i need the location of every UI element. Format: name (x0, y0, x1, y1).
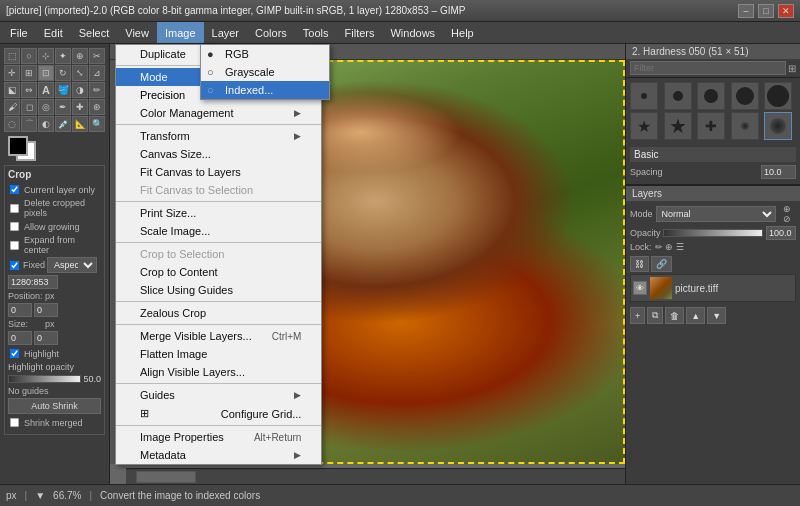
tool-select-by-color[interactable]: ⊕ (72, 48, 88, 64)
current-layer-option[interactable]: Current layer only (8, 183, 101, 196)
tool-move[interactable]: ✛ (4, 65, 20, 81)
chain-button[interactable]: ⛓ (630, 256, 649, 272)
brush-item-6[interactable]: ★ (630, 112, 658, 140)
menu-select[interactable]: Select (71, 22, 118, 43)
menu-fit-canvas-layers[interactable]: Fit Canvas to Layers (116, 163, 321, 181)
tool-flip[interactable]: ⇔ (21, 82, 37, 98)
menu-slice-guides[interactable]: Slice Using Guides (116, 281, 321, 299)
brush-item-7[interactable]: ★ (664, 112, 692, 140)
copy-layer-button[interactable]: ⧉ (647, 307, 663, 324)
auto-shrink-button[interactable]: Auto Shrink (8, 398, 101, 414)
opacity-slider[interactable] (8, 375, 81, 383)
expand-center-option[interactable]: Expand from center (8, 235, 101, 255)
tool-airbrush[interactable]: ◎ (38, 99, 54, 115)
menu-metadata[interactable]: Metadata ▶ (116, 446, 321, 464)
tool-perspective[interactable]: ⬕ (4, 82, 20, 98)
tool-clone[interactable]: ⊛ (89, 99, 105, 115)
menu-windows[interactable]: Windows (382, 22, 443, 43)
layer-visibility-icon[interactable]: 👁 (633, 281, 647, 295)
mode-select[interactable]: Normal (656, 206, 776, 222)
fixed-checkbox[interactable] (10, 260, 19, 269)
expand-center-checkbox[interactable] (10, 240, 19, 249)
menu-help[interactable]: Help (443, 22, 482, 43)
tool-rect-select[interactable]: ⬚ (4, 48, 20, 64)
opacity-value-input[interactable] (766, 226, 796, 240)
tool-color-picker[interactable]: 💉 (55, 116, 71, 132)
link-button[interactable]: 🔗 (651, 256, 672, 272)
tool-smudge[interactable]: ⌒ (21, 116, 37, 132)
layer-item-1[interactable]: 👁 picture.tiff (630, 274, 796, 302)
tool-dodge[interactable]: ◐ (38, 116, 54, 132)
tool-fuzzy-select[interactable]: ✦ (55, 48, 71, 64)
menu-tools[interactable]: Tools (295, 22, 337, 43)
tool-blend[interactable]: ◑ (72, 82, 88, 98)
tool-crop[interactable]: ⊡ (38, 65, 54, 81)
maximize-button[interactable]: □ (758, 4, 774, 18)
menu-canvas-size[interactable]: Canvas Size... (116, 145, 321, 163)
brush-item-5[interactable] (764, 82, 792, 110)
tool-shear[interactable]: ⊿ (89, 65, 105, 81)
tool-rotate[interactable]: ↻ (55, 65, 71, 81)
menu-layer[interactable]: Layer (204, 22, 248, 43)
brush-item-8[interactable]: ✚ (697, 112, 725, 140)
delete-layer-button[interactable]: 🗑 (665, 307, 684, 324)
tool-convolve[interactable]: ◌ (4, 116, 20, 132)
down-layer-button[interactable]: ▼ (707, 307, 726, 324)
size-display-input[interactable] (8, 275, 58, 289)
y-input[interactable] (34, 303, 58, 317)
mode-indexed[interactable]: ○ Indexed... (201, 81, 329, 99)
menu-transform[interactable]: Transform ▶ (116, 127, 321, 145)
size-y-input[interactable] (34, 331, 58, 345)
brush-item-2[interactable] (664, 82, 692, 110)
tool-ellipse-select[interactable]: ○ (21, 48, 37, 64)
menu-color-management[interactable]: Color Management ▶ (116, 104, 321, 122)
tool-scale[interactable]: ⤡ (72, 65, 88, 81)
scrollbar-thumb[interactable] (136, 471, 196, 483)
menu-flatten[interactable]: Flatten Image (116, 345, 321, 363)
tool-inkpen[interactable]: ✒ (55, 99, 71, 115)
tool-align[interactable]: ⊞ (21, 65, 37, 81)
brush-item-10[interactable] (764, 112, 792, 140)
brush-item-1[interactable] (630, 82, 658, 110)
brush-item-3[interactable] (697, 82, 725, 110)
tool-scissors[interactable]: ✂ (89, 48, 105, 64)
spacing-input[interactable] (761, 165, 796, 179)
brush-filter-input[interactable] (630, 61, 786, 75)
menu-zealous-crop[interactable]: Zealous Crop (116, 304, 321, 322)
tool-eraser[interactable]: ◻ (21, 99, 37, 115)
menu-file[interactable]: File (2, 22, 36, 43)
menu-edit[interactable]: Edit (36, 22, 71, 43)
allow-growing-option[interactable]: Allow growing (8, 220, 101, 233)
menu-image-properties[interactable]: Image Properties Alt+Return (116, 428, 321, 446)
delete-pixels-checkbox[interactable] (10, 203, 19, 212)
tool-paintbrush[interactable]: 🖌 (4, 99, 20, 115)
aspect-select[interactable]: Aspect ratio (47, 257, 97, 273)
menu-print-size[interactable]: Print Size... (116, 204, 321, 222)
foreground-color-swatch[interactable] (8, 136, 28, 156)
tool-free-select[interactable]: ⊹ (38, 48, 54, 64)
current-layer-checkbox[interactable] (10, 185, 19, 194)
new-layer-button[interactable]: + (630, 307, 645, 324)
menu-guides[interactable]: Guides ▶ (116, 386, 321, 404)
menu-merge-visible[interactable]: Merge Visible Layers... Ctrl+M (116, 327, 321, 345)
shrink-merged-option[interactable]: Shrink merged (8, 416, 101, 429)
mode-grayscale[interactable]: ○ Grayscale (201, 63, 329, 81)
menu-image[interactable]: Image (157, 22, 204, 43)
shrink-merged-checkbox[interactable] (10, 418, 19, 427)
menu-colors[interactable]: Colors (247, 22, 295, 43)
menu-scale-image[interactable]: Scale Image... (116, 222, 321, 240)
menu-filters[interactable]: Filters (337, 22, 383, 43)
horizontal-scrollbar[interactable] (126, 468, 625, 484)
highlight-option[interactable]: Highlight (8, 347, 101, 360)
menu-configure-grid[interactable]: ⊞ Configure Grid... (116, 404, 321, 423)
size-x-input[interactable] (8, 331, 32, 345)
tool-heal[interactable]: ✚ (72, 99, 88, 115)
allow-growing-checkbox[interactable] (10, 222, 19, 231)
brush-item-4[interactable] (731, 82, 759, 110)
close-button[interactable]: ✕ (778, 4, 794, 18)
delete-pixels-option[interactable]: Delete cropped pixels (8, 198, 101, 218)
foreground-background-colors[interactable] (8, 136, 38, 161)
x-input[interactable] (8, 303, 32, 317)
brush-item-9[interactable] (731, 112, 759, 140)
tool-zoom[interactable]: 🔍 (89, 116, 105, 132)
